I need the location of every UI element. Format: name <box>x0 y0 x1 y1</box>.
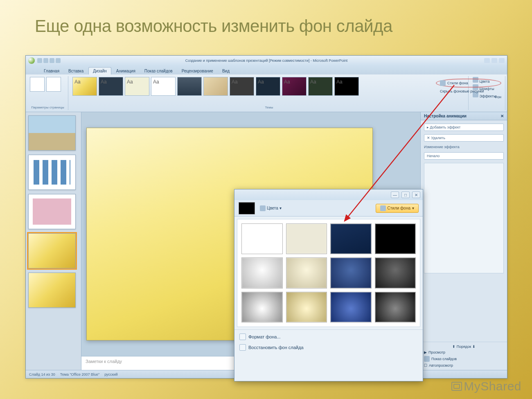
reset-bg-icon <box>239 344 246 351</box>
slide-thumbnail-5[interactable] <box>28 273 76 308</box>
theme-tile-7[interactable] <box>256 77 280 96</box>
theme-gallery[interactable] <box>72 77 466 96</box>
orientation-button[interactable] <box>46 77 61 92</box>
ribbon-tab-рецензирование[interactable]: Рецензирование <box>178 68 217 74</box>
background-styles-icon <box>380 205 386 211</box>
background-styles-label: Стили фона <box>447 81 468 85</box>
slide-thumbnail-2[interactable] <box>28 155 76 190</box>
bg-style-swatch-7[interactable] <box>330 257 372 288</box>
close-icon[interactable]: ✕ <box>500 114 504 118</box>
bg-style-swatch-12[interactable] <box>375 292 416 322</box>
format-background-menu-item[interactable]: Формат фона... <box>239 332 419 341</box>
bg-style-swatch-5[interactable] <box>241 257 283 288</box>
popup-theme-thumb[interactable] <box>239 202 255 214</box>
bg-group-label: Фон <box>436 95 501 99</box>
effect-list[interactable] <box>424 163 504 273</box>
start-select[interactable]: Начало <box>424 152 504 160</box>
slide-heading: Еще одна возможность изменить фон слайда <box>35 16 392 36</box>
modify-label: Изменение эффекта <box>424 145 504 149</box>
theme-tile-5[interactable] <box>203 77 228 96</box>
themes-label: Темы <box>72 106 466 109</box>
background-styles-popup: — □ ✕ Цвета ▾ Стили фона ▾ Формат фона..… <box>234 189 423 381</box>
play-button[interactable]: ▶ Просмотр <box>424 350 504 354</box>
hide-bg-graphics-checkbox[interactable]: Скрыть фоновые рисунки <box>436 89 501 93</box>
palette-icon <box>260 205 266 211</box>
theme-tile-0[interactable] <box>72 77 97 96</box>
close-button[interactable]: ✕ <box>412 192 420 198</box>
page-setup-group: Параметры страницы <box>27 76 68 110</box>
format-bg-icon <box>239 334 246 340</box>
theme-tile-8[interactable] <box>282 77 307 96</box>
add-effect-button[interactable]: ▸ Добавить эффект <box>424 124 504 131</box>
watermark: MyShared <box>451 379 521 393</box>
bg-style-swatch-2[interactable] <box>286 223 327 254</box>
ribbon: Параметры страницы Темы Цвета Шрифты Эфф… <box>26 74 507 112</box>
theme-tile-3[interactable] <box>151 77 176 96</box>
theme-tile-6[interactable] <box>230 77 254 96</box>
themes-group: Темы <box>70 76 469 110</box>
bg-style-swatch-8[interactable] <box>375 257 416 288</box>
popup-footer: Формат фона... Восстановить фон слайда <box>234 329 423 354</box>
background-group: Стили фона Скрыть фоновые рисунки Фон <box>436 79 501 101</box>
ribbon-tab-анимация[interactable]: Анимация <box>112 68 140 74</box>
ribbon-tab-вставка[interactable]: Вставка <box>64 68 88 74</box>
bg-style-swatch-4[interactable] <box>375 223 416 254</box>
ribbon-tab-strip: ГлавнаяВставкаДизайнАнимацияПоказ слайдо… <box>26 65 507 74</box>
theme-tile-2[interactable] <box>125 77 149 96</box>
background-styles-icon <box>440 80 446 86</box>
ribbon-tab-показ слайдов[interactable]: Показ слайдов <box>140 68 177 74</box>
theme-name: Тема "Office 2007 Blue" <box>60 372 99 376</box>
task-pane: Настройка анимации ✕ ▸ Добавить эффект ✕… <box>420 112 507 370</box>
bg-style-swatch-6[interactable] <box>286 257 327 288</box>
background-styles-button[interactable]: Стили фона <box>436 79 501 88</box>
ribbon-tab-главная[interactable]: Главная <box>40 68 63 74</box>
slideshow-icon <box>424 356 430 362</box>
popup-bg-styles-button[interactable]: Стили фона ▾ <box>376 204 419 213</box>
ribbon-tab-вид[interactable]: Вид <box>218 68 234 74</box>
theme-tile-10[interactable] <box>334 77 359 96</box>
task-pane-header: Настройка анимации ✕ <box>421 112 507 120</box>
bg-style-swatch-9[interactable] <box>241 292 283 322</box>
theme-tile-9[interactable] <box>308 77 333 96</box>
minimize-button[interactable]: — <box>391 192 399 198</box>
popup-ribbon: Цвета ▾ Стили фона ▾ <box>234 200 423 216</box>
watermark-icon <box>451 382 462 391</box>
remove-effect-button[interactable]: ✕ Удалить <box>424 134 504 142</box>
slide-thumbnail-4[interactable] <box>28 233 76 268</box>
document-title: Создание и применение шаблонов презентац… <box>26 59 507 63</box>
slide-thumbnail-3[interactable] <box>28 194 76 229</box>
page-setup-label: Параметры страницы <box>30 106 65 109</box>
popup-titlebar: — □ ✕ <box>234 189 423 200</box>
slide-thumbnails-pane[interactable] <box>26 112 81 370</box>
reset-background-menu-item[interactable]: Восстановить фон слайда <box>239 343 419 352</box>
theme-tile-4[interactable] <box>177 77 202 96</box>
bg-style-swatch-3[interactable] <box>330 223 372 254</box>
bg-style-swatch-1[interactable] <box>241 223 283 254</box>
page-setup-button[interactable] <box>30 77 45 92</box>
bg-style-swatch-10[interactable] <box>286 292 327 322</box>
slide-counter: Слайд 14 из 30 <box>29 372 55 376</box>
slideshow-button[interactable]: Показ слайдов <box>424 356 504 362</box>
background-style-gallery <box>237 219 420 327</box>
autopreview-checkbox[interactable]: ☐ Автопросмотр <box>424 363 504 367</box>
reorder-label: ⬆ Порядок ⬇ <box>424 345 504 349</box>
maximize-button[interactable]: □ <box>401 192 410 198</box>
theme-tile-1[interactable] <box>99 77 123 96</box>
language-indicator: русский <box>104 372 117 376</box>
bg-style-swatch-11[interactable] <box>330 292 372 322</box>
popup-colors-button[interactable]: Цвета ▾ <box>260 205 282 211</box>
title-bar: Создание и применение шаблонов презентац… <box>26 56 507 65</box>
ribbon-tab-дизайн[interactable]: Дизайн <box>88 67 111 74</box>
slide-thumbnail-1[interactable] <box>28 115 76 151</box>
